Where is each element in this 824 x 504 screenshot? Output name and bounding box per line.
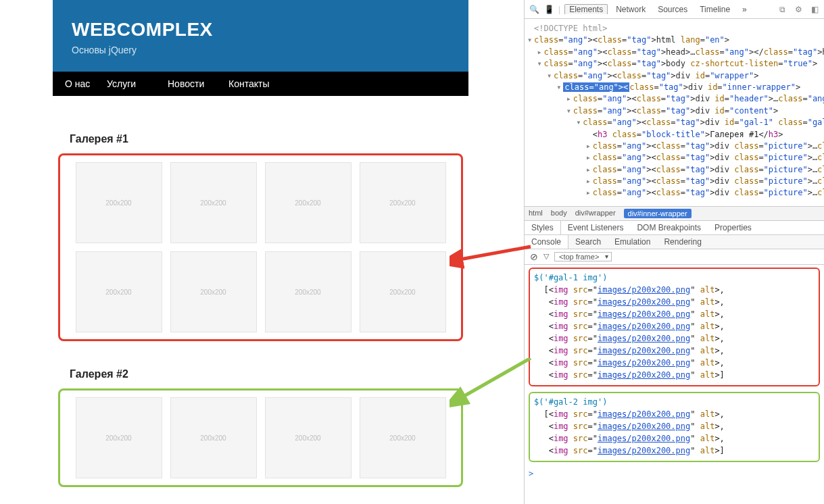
devtools-toolbar: 🔍 📱 | Elements Network Sources Timeline … bbox=[525, 0, 824, 19]
gallery2-title: Галерея #2 bbox=[70, 368, 468, 380]
console-prompt[interactable]: > bbox=[529, 468, 820, 480]
picture[interactable]: 200x200 bbox=[265, 397, 352, 478]
picture[interactable]: 200x200 bbox=[360, 251, 446, 332]
picture[interactable]: 200x200 bbox=[265, 251, 352, 332]
site-subtitle: Основы jQuery bbox=[72, 45, 450, 55]
nav-news[interactable]: Новости bbox=[168, 72, 228, 96]
picture[interactable]: 200x200 bbox=[170, 162, 257, 243]
crumb-body[interactable]: body bbox=[551, 209, 567, 218]
main-nav: О нас Услуги Новости Контакты bbox=[53, 72, 468, 96]
rendered-page: WEBCOMPLEX Основы jQuery О нас Услуги Но… bbox=[0, 0, 524, 504]
tab-sources[interactable]: Sources bbox=[654, 5, 692, 14]
device-icon[interactable]: 📱 bbox=[543, 5, 554, 14]
subtab-event-listeners[interactable]: Event Listeners bbox=[561, 221, 631, 234]
picture[interactable]: 200x200 bbox=[170, 251, 257, 332]
crumb-html[interactable]: html bbox=[529, 209, 543, 218]
svg-line-1 bbox=[460, 358, 531, 399]
page-header: WEBCOMPLEX Основы jQuery bbox=[53, 0, 468, 72]
tab-elements[interactable]: Elements bbox=[564, 4, 608, 14]
devtools-panel: 🔍 📱 | Elements Network Sources Timeline … bbox=[524, 0, 824, 504]
console-output[interactable]: $('#gal-1 img') [<img src="images/p200x2… bbox=[525, 265, 824, 482]
tab-more[interactable]: » bbox=[738, 5, 751, 14]
subtab-properties[interactable]: Properties bbox=[708, 221, 758, 234]
nav-about[interactable]: О нас bbox=[53, 72, 107, 96]
picture[interactable]: 200x200 bbox=[360, 162, 446, 243]
crumb-wrapper[interactable]: div#wrapper bbox=[575, 209, 616, 218]
console-group-2: $('#gal-2 img') [<img src="images/p200x2… bbox=[529, 392, 820, 462]
drawer-console[interactable]: Console bbox=[525, 235, 568, 249]
tab-network[interactable]: Network bbox=[612, 5, 650, 14]
crumb-inner-wrapper[interactable]: div#inner-wrapper bbox=[624, 209, 692, 218]
tab-timeline[interactable]: Timeline bbox=[696, 5, 734, 14]
nav-services[interactable]: Услуги bbox=[107, 72, 168, 96]
gallery1: 200x200200x200200x200200x200200x200200x2… bbox=[58, 153, 463, 341]
site-title: WEBCOMPLEX bbox=[72, 19, 450, 41]
picture[interactable]: 200x200 bbox=[170, 397, 257, 478]
picture[interactable]: 200x200 bbox=[360, 397, 446, 478]
console-controls: ⊘ ▽ <top frame> bbox=[525, 249, 824, 265]
filter-icon[interactable]: ▽ bbox=[543, 252, 549, 261]
drawer-rendering[interactable]: Rendering bbox=[657, 235, 708, 249]
breadcrumb: html body div#wrapper div#inner-wrapper bbox=[525, 206, 824, 221]
console-group-1: $('#gal-1 img') [<img src="images/p200x2… bbox=[529, 268, 820, 386]
gallery2: 200x200200x200200x200200x200 bbox=[58, 388, 463, 487]
dock-icon[interactable]: ◧ bbox=[809, 5, 820, 14]
nav-contacts[interactable]: Контакты bbox=[228, 72, 289, 96]
drawer-search[interactable]: Search bbox=[568, 235, 608, 249]
dom-tree[interactable]: <!DOCTYPE html>▾class="ang"><class="tag"… bbox=[525, 19, 824, 206]
subtab-styles[interactable]: Styles bbox=[525, 221, 561, 234]
clear-console-icon[interactable]: ⊘ bbox=[530, 251, 538, 262]
drawer-emulation[interactable]: Emulation bbox=[608, 235, 657, 249]
picture[interactable]: 200x200 bbox=[265, 162, 352, 243]
inspect-icon[interactable]: 🔍 bbox=[529, 5, 539, 14]
styles-tabs: Styles Event Listeners DOM Breakpoints P… bbox=[525, 221, 824, 235]
picture[interactable]: 200x200 bbox=[76, 162, 162, 243]
gallery1-title: Галерея #1 bbox=[70, 133, 468, 145]
console-toggle-icon[interactable]: ⧉ bbox=[777, 5, 787, 14]
drawer-tabs: Console Search Emulation Rendering bbox=[525, 235, 824, 249]
gear-icon[interactable]: ⚙ bbox=[793, 5, 804, 14]
picture[interactable]: 200x200 bbox=[76, 251, 162, 332]
subtab-dom-breakpoints[interactable]: DOM Breakpoints bbox=[630, 221, 708, 234]
frame-selector[interactable]: <top frame> bbox=[554, 252, 612, 261]
picture[interactable]: 200x200 bbox=[76, 397, 162, 478]
